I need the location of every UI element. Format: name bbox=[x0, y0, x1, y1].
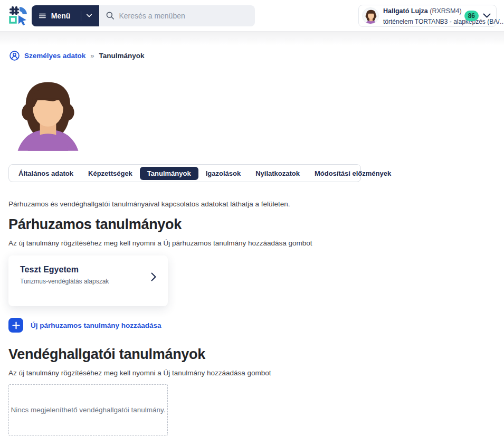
search-input[interactable] bbox=[119, 12, 248, 20]
parallel-study-card[interactable]: Teszt Egyetem Turizmus-vendéglátás alaps… bbox=[8, 255, 168, 306]
hamburger-icon bbox=[39, 12, 46, 20]
user-menu[interactable]: Hallgató Lujza (RXRSM4) történelem TORTA… bbox=[358, 5, 497, 27]
tab-general-data[interactable]: Általános adatok bbox=[11, 167, 81, 180]
profile-avatar bbox=[13, 74, 83, 152]
menu-label: Menü bbox=[51, 12, 71, 20]
breadcrumb: Személyes adatok » Tanulmányok bbox=[0, 45, 504, 61]
user-info: Hallgató Lujza (RXRSM4) történelem TORTA… bbox=[383, 5, 463, 26]
studies-panel: Párhuzamos és vendéghallgatói tanulmánya… bbox=[0, 200, 504, 445]
profile-tab-bar: Általános adatok Képzettségek Tanulmányo… bbox=[8, 164, 361, 182]
user-name: Hallgató Lujza bbox=[383, 7, 428, 15]
user-circle-icon bbox=[9, 51, 20, 61]
parallel-helper-text: Az új tanulmány rögzítéséhez meg kell ny… bbox=[8, 239, 496, 247]
plus-icon bbox=[8, 318, 23, 333]
notification-badge[interactable]: 86 bbox=[464, 11, 479, 21]
app-logo-icon[interactable] bbox=[7, 6, 27, 26]
parallel-studies-section: Párhuzamos tanulmányok Az új tanulmány r… bbox=[8, 216, 496, 333]
tab-studies[interactable]: Tanulmányok bbox=[140, 167, 198, 180]
tab-modification-history[interactable]: Módosítási előzmények bbox=[307, 167, 398, 180]
header-shadow bbox=[0, 32, 504, 45]
guest-studies-section: Vendéghallgatói tanulmányok Az új tanulm… bbox=[8, 346, 496, 445]
parallel-studies-title: Párhuzamos tanulmányok bbox=[8, 216, 496, 233]
menu-search[interactable] bbox=[99, 5, 255, 26]
add-parallel-study-button[interactable]: Új párhuzamos tanulmány hozzáadása bbox=[8, 318, 161, 333]
study-program: Turizmus-vendéglátás alapszak bbox=[20, 278, 157, 285]
search-icon bbox=[106, 11, 114, 20]
guest-helper-text: Az új tanulmány rögzítéséhez meg kell ny… bbox=[8, 369, 496, 377]
chevron-right-icon bbox=[151, 272, 156, 281]
chevron-down-icon bbox=[483, 13, 491, 18]
breadcrumb-separator: » bbox=[90, 52, 94, 60]
breadcrumb-current: Tanulmányok bbox=[99, 52, 145, 60]
menu-button[interactable]: Menü bbox=[32, 5, 99, 26]
panel-intro-text: Párhuzamos és vendéghallgatói tanulmánya… bbox=[8, 200, 496, 208]
add-parallel-study-label: Új párhuzamos tanulmány hozzáadása bbox=[31, 321, 161, 329]
guest-studies-empty-state: Nincs megjeleníthető vendéghallgatói tan… bbox=[8, 384, 168, 435]
guest-studies-title: Vendéghallgatói tanulmányok bbox=[8, 346, 496, 363]
tab-qualifications[interactable]: Képzettségek bbox=[81, 167, 140, 180]
chevron-down-icon bbox=[87, 13, 92, 18]
study-university: Teszt Egyetem bbox=[20, 265, 157, 274]
top-header: Menü Hallgató Lujza (RXRSM4) bbox=[0, 0, 504, 32]
user-avatar bbox=[362, 7, 379, 24]
breadcrumb-personal-data-link[interactable]: Személyes adatok bbox=[24, 52, 85, 60]
tab-declarations[interactable]: Nyilatkozatok bbox=[248, 167, 307, 180]
user-code: (RXRSM4) bbox=[430, 7, 461, 15]
user-program: történelem TORTANB3 - alapképzés (BA/… bbox=[383, 18, 504, 25]
menu-divider bbox=[81, 11, 81, 21]
empty-state-text: Nincs megjeleníthető vendéghallgatói tan… bbox=[11, 406, 165, 414]
tab-certificates[interactable]: Igazolások bbox=[198, 167, 248, 180]
